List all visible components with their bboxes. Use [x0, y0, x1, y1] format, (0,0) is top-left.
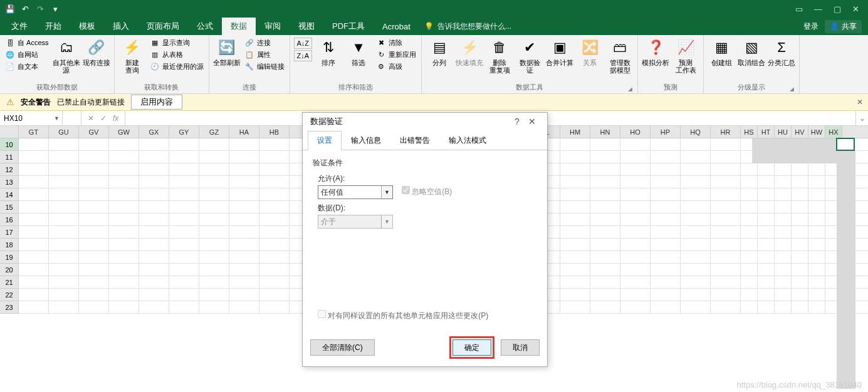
save-icon[interactable]: 💾 — [5, 4, 15, 14]
column-header[interactable]: HB — [259, 126, 290, 138]
sort-az-button[interactable]: A↓Z — [294, 38, 313, 49]
column-header[interactable]: GT — [19, 126, 49, 138]
formula-expand-icon[interactable]: ⌄ — [855, 111, 868, 125]
properties-button[interactable]: 📋属性 — [243, 49, 286, 60]
from-table-button[interactable]: ▥从表格 — [149, 49, 205, 60]
cancel-button[interactable]: 取消 — [501, 339, 540, 356]
minimize-icon[interactable]: — — [814, 4, 822, 14]
undo-icon[interactable]: ↶ — [20, 4, 30, 14]
row-header[interactable]: 10 — [0, 138, 19, 151]
row-header[interactable]: 22 — [0, 289, 19, 301]
advanced-filter-button[interactable]: ⚙高级 — [375, 61, 417, 72]
row-header[interactable]: 11 — [0, 151, 19, 163]
share-button[interactable]: 👤 共享 — [825, 20, 862, 33]
row-header[interactable]: 17 — [0, 226, 19, 239]
column-header[interactable]: HX — [825, 126, 842, 138]
tab-pdf[interactable]: PDF工具 — [323, 18, 374, 35]
security-close-icon[interactable]: ✕ — [857, 98, 863, 106]
column-header[interactable]: GW — [109, 126, 139, 138]
connections-button[interactable]: 🔗连接 — [243, 38, 286, 48]
column-header[interactable]: HW — [808, 126, 825, 138]
column-header[interactable]: HA — [229, 126, 259, 138]
column-header[interactable]: HT — [758, 126, 775, 138]
row-header[interactable]: 19 — [0, 251, 19, 264]
flash-fill-button[interactable]: ⚡快速填充 — [456, 36, 483, 66]
cancel-formula-icon[interactable]: ✕ — [88, 114, 94, 123]
from-text-button[interactable]: 📄自文本 — [4, 61, 50, 72]
tab-review[interactable]: 审阅 — [256, 18, 290, 35]
qat-more-icon[interactable]: ▾ — [50, 4, 60, 14]
tab-home[interactable]: 开始 — [36, 18, 70, 35]
whatif-button[interactable]: ❓模拟分析 — [642, 36, 669, 66]
from-other-button[interactable]: 🗂自其他来源 — [53, 36, 80, 74]
tab-settings[interactable]: 设置 — [308, 131, 342, 150]
login-link[interactable]: 登录 — [803, 21, 818, 32]
dialog-help-icon[interactable]: ? — [510, 116, 525, 126]
tab-view[interactable]: 视图 — [290, 18, 323, 35]
column-header[interactable]: HQ — [681, 126, 711, 138]
data-model-button[interactable]: 🗃管理数 据模型 — [606, 36, 634, 74]
column-header[interactable]: GX — [139, 126, 169, 138]
row-header[interactable]: 13 — [0, 176, 19, 188]
clear-all-button[interactable]: 全部清除(C) — [310, 339, 375, 356]
maximize-icon[interactable]: ▢ — [834, 4, 841, 14]
column-header[interactable]: GZ — [199, 126, 229, 138]
tab-ime-mode[interactable]: 输入法模式 — [439, 131, 496, 150]
name-box[interactable]: HX10 ▼ — [0, 111, 63, 125]
subtotal-button[interactable]: Σ分类汇总 — [768, 36, 795, 66]
tab-acrobat[interactable]: Acrobat — [374, 18, 419, 35]
group-button[interactable]: ▦创建组 — [708, 36, 735, 66]
existing-connections-button[interactable]: 🔗现有连接 — [83, 36, 110, 66]
tab-template[interactable]: 模板 — [70, 18, 104, 35]
show-queries-button[interactable]: ▦显示查询 — [149, 38, 205, 48]
allow-select[interactable]: 任何值 ▼ — [318, 185, 393, 199]
row-header[interactable]: 21 — [0, 276, 19, 289]
select-all-corner[interactable] — [0, 126, 19, 138]
enable-content-button[interactable]: 启用内容 — [131, 95, 182, 110]
consolidate-button[interactable]: ▣合并计算 — [546, 36, 573, 66]
column-header[interactable]: HM — [560, 126, 590, 138]
from-access-button[interactable]: 🗄自 Access — [4, 38, 50, 48]
column-header[interactable]: GY — [169, 126, 199, 138]
new-query-button[interactable]: ⚡新建 查询 — [118, 36, 146, 74]
row-header[interactable]: 18 — [0, 239, 19, 251]
dialog-titlebar[interactable]: 数据验证 ? ✕ — [303, 113, 547, 130]
tab-error-alert[interactable]: 出错警告 — [390, 131, 439, 150]
row-header[interactable]: 20 — [0, 264, 19, 276]
row-header[interactable]: 16 — [0, 214, 19, 226]
edit-links-button[interactable]: 🔧编辑链接 — [243, 61, 286, 72]
active-cell[interactable] — [836, 138, 855, 151]
column-header[interactable]: HU — [775, 126, 792, 138]
enter-formula-icon[interactable]: ✓ — [100, 114, 107, 123]
tab-formula[interactable]: 公式 — [188, 18, 222, 35]
column-header[interactable]: GU — [49, 126, 79, 138]
clear-filter-button[interactable]: ✖清除 — [375, 38, 417, 48]
dialog-close-icon[interactable]: ✕ — [525, 116, 540, 126]
reapply-button[interactable]: ↻重新应用 — [375, 49, 417, 60]
recent-sources-button[interactable]: 🕘最近使用的源 — [149, 61, 205, 72]
row-header[interactable]: 12 — [0, 163, 19, 176]
fx-icon[interactable]: fx — [113, 114, 118, 123]
tab-insert[interactable]: 插入 — [104, 18, 138, 35]
column-header[interactable]: HR — [711, 126, 741, 138]
redo-icon[interactable]: ↷ — [35, 4, 45, 14]
refresh-all-button[interactable]: 🔄全部刷新 — [213, 36, 241, 66]
tell-me-search[interactable]: 💡 告诉我您想要做什么... — [424, 18, 511, 35]
text-to-columns-button[interactable]: ▤分列 — [426, 36, 453, 66]
column-header[interactable]: HP — [651, 126, 681, 138]
tab-data[interactable]: 数据 — [222, 18, 256, 35]
column-header[interactable]: HO — [620, 126, 651, 138]
name-box-dropdown-icon[interactable]: ▼ — [54, 115, 60, 121]
tab-input-message[interactable]: 输入信息 — [342, 131, 390, 150]
dialog-launcher-icon[interactable]: ◢ — [628, 86, 632, 92]
column-header[interactable]: HS — [741, 126, 758, 138]
column-header[interactable]: HN — [590, 126, 620, 138]
data-validation-button[interactable]: ✔数据验 证 — [516, 36, 543, 74]
ungroup-button[interactable]: ▧取消组合 — [738, 36, 765, 66]
row-header[interactable]: 23 — [0, 301, 19, 314]
tab-layout[interactable]: 页面布局 — [138, 18, 188, 35]
close-icon[interactable]: ✕ — [852, 4, 859, 14]
column-header[interactable]: GV — [79, 126, 109, 138]
ok-button[interactable]: 确定 — [452, 339, 491, 356]
from-web-button[interactable]: 🌐自网站 — [4, 49, 50, 60]
